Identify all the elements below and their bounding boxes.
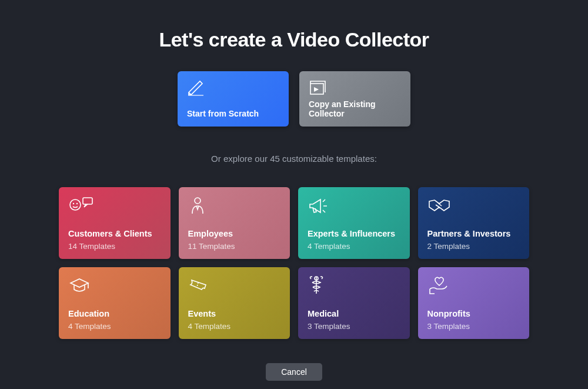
pencil-icon [187, 79, 279, 96]
category-customers-clients[interactable]: Customers & Clients 14 Templates [59, 187, 171, 259]
heart-hand-icon [427, 275, 520, 295]
category-title: Nonprofits [427, 309, 520, 318]
cancel-button[interactable]: Cancel [266, 363, 322, 381]
start-from-scratch-card[interactable]: Start from Scratch [178, 71, 289, 127]
copy-existing-card[interactable]: Copy an Existing Collector [299, 71, 410, 127]
category-education[interactable]: Education 4 Templates [59, 267, 171, 339]
category-title: Medical [308, 309, 400, 318]
graduation-cap-icon [68, 275, 161, 295]
category-count: 4 Templates [308, 242, 400, 251]
category-title: Employees [188, 229, 281, 238]
copy-video-icon [309, 79, 401, 96]
category-nonprofits[interactable]: Nonprofits 3 Templates [418, 267, 530, 339]
category-experts-influencers[interactable]: Experts & Influencers 4 Templates [298, 187, 410, 259]
category-partners-investors[interactable]: Partners & Investors 2 Templates [418, 187, 530, 259]
svg-point-5 [195, 198, 201, 204]
svg-rect-4 [83, 198, 92, 204]
caduceus-icon [308, 275, 400, 295]
svg-point-1 [70, 200, 81, 210]
start-from-scratch-label: Start from Scratch [187, 109, 279, 118]
category-count: 2 Templates [427, 242, 520, 251]
category-count: 4 Templates [68, 322, 161, 331]
employees-icon [188, 195, 281, 215]
category-count: 4 Templates [188, 322, 281, 331]
handshake-icon [427, 195, 520, 215]
page-title: Let's create a Video Collector [0, 28, 588, 51]
category-count: 3 Templates [427, 322, 520, 331]
category-employees[interactable]: Employees 11 Templates [179, 187, 290, 259]
top-actions: Start from Scratch Copy an Existing Coll… [0, 71, 588, 127]
footer: Cancel [0, 363, 588, 381]
template-categories-grid: Customers & Clients 14 Templates Employe… [59, 187, 529, 339]
copy-existing-label: Copy an Existing Collector [309, 99, 401, 118]
templates-subtext: Or explore our 45 customizable templates… [0, 154, 588, 164]
category-count: 3 Templates [308, 322, 400, 331]
category-events[interactable]: Events 4 Templates [179, 267, 290, 339]
category-count: 11 Templates [188, 242, 281, 251]
ticket-icon [188, 275, 281, 295]
megaphone-icon [308, 195, 400, 215]
category-medical[interactable]: Medical 3 Templates [298, 267, 410, 339]
category-title: Customers & Clients [68, 229, 161, 238]
category-title: Partners & Investors [427, 229, 520, 238]
category-title: Experts & Influencers [308, 229, 400, 238]
category-count: 14 Templates [68, 242, 161, 251]
svg-point-2 [73, 203, 74, 204]
category-title: Events [188, 309, 281, 318]
category-title: Education [68, 309, 161, 318]
customers-icon [68, 195, 161, 215]
svg-point-3 [76, 203, 78, 204]
